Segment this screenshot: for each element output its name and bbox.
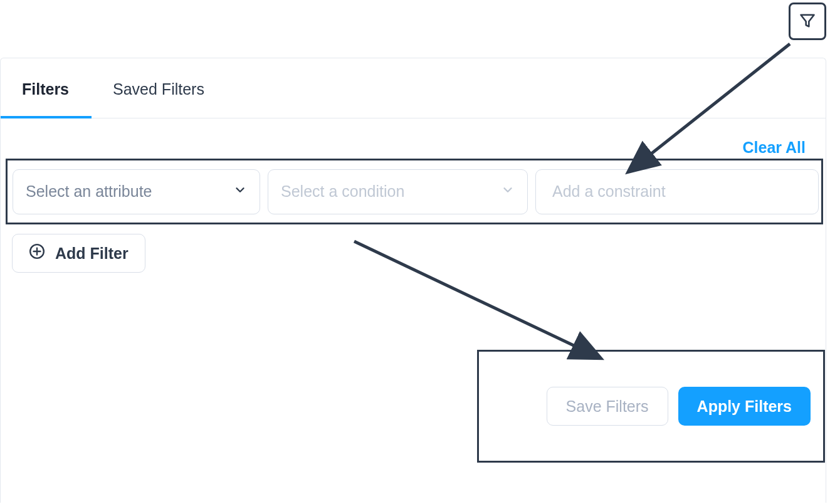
add-filter-button[interactable]: Add Filter	[12, 234, 145, 273]
funnel-icon	[799, 12, 816, 31]
constraint-input[interactable]	[535, 169, 819, 214]
filter-icon-button[interactable]	[789, 3, 826, 40]
chevron-down-icon	[501, 182, 515, 201]
filters-panel: Filters Saved Filters Clear All Select a…	[0, 58, 826, 503]
actions-row: Save Filters Apply Filters	[477, 350, 825, 463]
filter-row: Select an attribute Select a condition	[6, 159, 823, 224]
tabs-bar: Filters Saved Filters	[1, 58, 826, 118]
add-filter-label: Add Filter	[55, 244, 129, 263]
save-filters-button[interactable]: Save Filters	[547, 387, 668, 426]
tab-saved-filters[interactable]: Saved Filters	[92, 59, 227, 118]
plus-circle-icon	[29, 243, 45, 263]
apply-filters-button[interactable]: Apply Filters	[678, 387, 811, 426]
clear-all-button[interactable]: Clear All	[742, 139, 806, 157]
tab-filters[interactable]: Filters	[1, 59, 92, 118]
chevron-down-icon	[233, 182, 247, 201]
condition-select[interactable]: Select a condition	[268, 169, 528, 214]
condition-placeholder: Select a condition	[281, 182, 404, 201]
attribute-select[interactable]: Select an attribute	[13, 169, 260, 214]
attribute-placeholder: Select an attribute	[26, 182, 152, 201]
